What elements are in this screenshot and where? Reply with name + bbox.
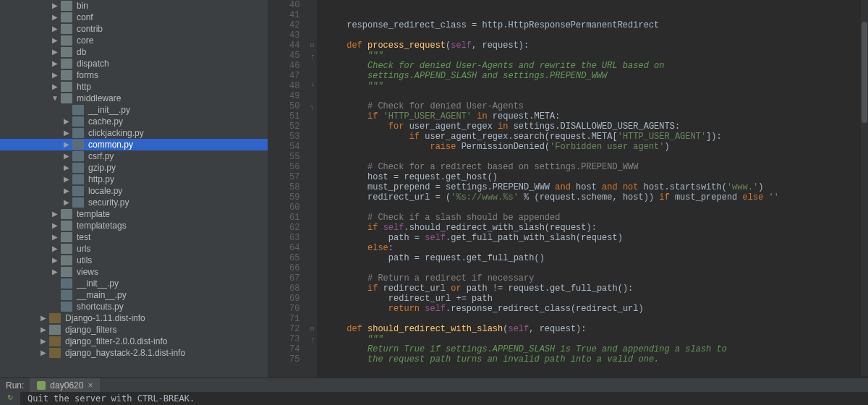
tree-item[interactable]: ▶core: [0, 35, 268, 46]
project-tree[interactable]: ▶bin▶conf▶contrib▶core▶db▶dispatch▶forms…: [0, 0, 268, 378]
code-line[interactable]: for user_agent_regex in settings.DISALLO…: [326, 122, 779, 132]
fold-marker[interactable]: [307, 243, 317, 253]
chevron-right-icon[interactable]: ▶: [49, 243, 61, 255]
fold-marker[interactable]: [307, 0, 317, 10]
chevron-right-icon[interactable]: ▶: [61, 127, 72, 139]
fold-marker[interactable]: [307, 314, 317, 324]
chevron-right-icon[interactable]: ▶: [38, 336, 49, 347]
fold-marker[interactable]: ┌: [307, 334, 317, 344]
code-line[interactable]: def process_request(self, request):: [326, 40, 779, 51]
console-output[interactable]: Quit the server with CTRL-BREAK.: [20, 392, 202, 405]
tree-item[interactable]: ▶http.py: [0, 174, 268, 185]
code-area[interactable]: response_redirect_class = http.HttpRespo…: [317, 0, 779, 378]
code-line[interactable]: redirect_url += path: [326, 294, 779, 304]
chevron-right-icon[interactable]: ▶: [61, 162, 72, 174]
code-line[interactable]: # Check if a slash should be appended: [326, 213, 779, 223]
tree-item[interactable]: ▶clickjacking.py: [0, 127, 268, 139]
chevron-right-icon[interactable]: ▶: [49, 58, 61, 69]
code-line[interactable]: if user_agent_regex.search(request.META[…: [326, 132, 779, 142]
tree-item[interactable]: ▶dispatch: [0, 58, 268, 69]
code-line[interactable]: if 'HTTP_USER_AGENT' in request.META:: [326, 111, 779, 122]
chevron-right-icon[interactable]: ▶: [49, 23, 61, 35]
code-editor[interactable]: 4041424344454647484950515253545556575859…: [276, 0, 868, 378]
rerun-icon[interactable]: ↻: [7, 393, 13, 401]
fold-marker[interactable]: [307, 20, 317, 30]
fold-marker[interactable]: [307, 284, 317, 294]
code-line[interactable]: return self.response_redirect_class(redi…: [326, 304, 779, 314]
code-line[interactable]: """: [326, 81, 779, 91]
code-line[interactable]: [326, 263, 779, 273]
code-line[interactable]: path = self.get_full_path_with_slash(req…: [326, 233, 779, 243]
code-line[interactable]: # Return a redirect if necessary: [326, 273, 779, 284]
code-line[interactable]: the request path turns an invalid path i…: [326, 354, 779, 364]
chevron-right-icon[interactable]: ▶: [38, 312, 49, 324]
tree-item[interactable]: ▶csrf.py: [0, 150, 268, 162]
code-line[interactable]: # Check for denied User-Agents: [326, 101, 779, 111]
fold-marker[interactable]: ⊟: [307, 324, 317, 334]
fold-column[interactable]: ⊟┌└┐⊟┌: [307, 0, 317, 378]
fold-marker[interactable]: [307, 71, 317, 81]
tree-item[interactable]: ▼middleware: [0, 93, 268, 104]
tree-item[interactable]: ▶http: [0, 81, 268, 93]
fold-marker[interactable]: [307, 162, 317, 172]
chevron-right-icon[interactable]: ▶: [61, 185, 72, 197]
tree-item[interactable]: ▶__main__.py: [0, 289, 268, 301]
chevron-right-icon[interactable]: ▶: [49, 69, 61, 81]
tree-item[interactable]: ▶__init__.py: [0, 104, 268, 116]
fold-marker[interactable]: [307, 294, 317, 304]
chevron-right-icon[interactable]: ▶: [49, 231, 61, 243]
chevron-right-icon[interactable]: ▶: [38, 324, 49, 336]
tree-item[interactable]: ▶conf: [0, 12, 268, 23]
tree-item[interactable]: ▶test: [0, 231, 268, 243]
fold-marker[interactable]: [307, 354, 317, 364]
tree-item[interactable]: ▶utils: [0, 255, 268, 266]
close-icon[interactable]: ×: [88, 380, 93, 391]
chevron-right-icon[interactable]: ▶: [49, 266, 61, 278]
chevron-right-icon[interactable]: ▶: [61, 139, 72, 150]
tree-item[interactable]: ▶db: [0, 46, 268, 58]
tree-item[interactable]: ▶common.py: [0, 139, 268, 150]
console-toolbar[interactable]: ↻: [0, 392, 20, 405]
tree-item[interactable]: ▶django_filter-2.0.0.dist-info: [0, 336, 268, 347]
fold-marker[interactable]: [307, 263, 317, 273]
chevron-right-icon[interactable]: ▶: [38, 347, 49, 359]
code-line[interactable]: Return True if settings.APPEND_SLASH is …: [326, 344, 779, 354]
code-line[interactable]: [326, 152, 779, 162]
chevron-right-icon[interactable]: ▶: [49, 255, 61, 266]
fold-marker[interactable]: [307, 253, 317, 263]
fold-marker[interactable]: [307, 132, 317, 142]
code-line[interactable]: [326, 202, 779, 213]
chevron-right-icon[interactable]: ▶: [49, 81, 61, 93]
chevron-right-icon[interactable]: ▶: [49, 12, 61, 23]
fold-marker[interactable]: [307, 182, 317, 192]
code-line[interactable]: else:: [326, 243, 779, 253]
tree-item[interactable]: ▶templatetags: [0, 220, 268, 231]
chevron-right-icon[interactable]: ▶: [61, 116, 72, 127]
code-line[interactable]: """: [326, 334, 779, 344]
tree-item[interactable]: ▶security.py: [0, 197, 268, 208]
tree-item[interactable]: ▶django_haystack-2.8.1.dist-info: [0, 347, 268, 359]
run-tab[interactable]: day0620 ×: [30, 378, 100, 393]
code-line[interactable]: [326, 314, 779, 324]
tree-item[interactable]: ▶shortcuts.py: [0, 301, 268, 312]
chevron-right-icon[interactable]: ▶: [49, 208, 61, 220]
fold-marker[interactable]: ┐: [307, 101, 317, 111]
code-line[interactable]: Check for denied User-Agents and rewrite…: [326, 61, 779, 71]
fold-marker[interactable]: [307, 10, 317, 20]
code-line[interactable]: """: [326, 51, 779, 61]
code-line[interactable]: [326, 0, 779, 10]
chevron-right-icon[interactable]: ▶: [49, 46, 61, 58]
tree-item[interactable]: ▶__init__.py: [0, 278, 268, 289]
tree-item[interactable]: ▶urls: [0, 243, 268, 255]
tree-item[interactable]: ▶gzip.py: [0, 162, 268, 174]
fold-marker[interactable]: ⊟: [307, 40, 317, 51]
tree-item[interactable]: ▶locale.py: [0, 185, 268, 197]
fold-marker[interactable]: [307, 192, 317, 202]
fold-marker[interactable]: [307, 61, 317, 71]
fold-marker[interactable]: [307, 172, 317, 182]
fold-marker[interactable]: [307, 233, 317, 243]
tree-item[interactable]: ▶contrib: [0, 23, 268, 35]
chevron-right-icon[interactable]: ▶: [61, 174, 72, 185]
tree-item[interactable]: ▶forms: [0, 69, 268, 81]
scrollbar-thumb[interactable]: [861, 22, 867, 123]
